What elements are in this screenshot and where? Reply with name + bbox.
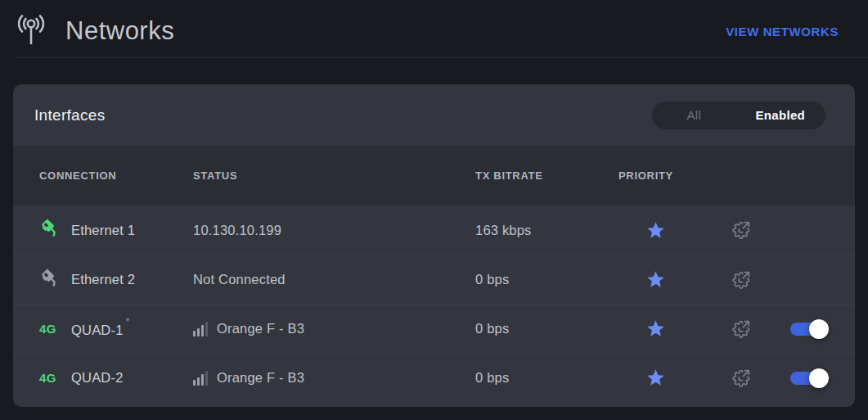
- connection-name: Ethernet 2: [71, 272, 135, 287]
- page-title: Networks: [65, 16, 174, 46]
- table-row: Ethernet 2 Not Connected 0 bps: [13, 255, 855, 304]
- 4g-badge: 4G: [39, 371, 61, 385]
- toggle-knob: [809, 319, 829, 339]
- connection-name: Ethernet 1: [71, 223, 135, 238]
- view-networks-link[interactable]: VIEW NETWORKS: [726, 25, 839, 38]
- active-marker: *: [126, 315, 130, 327]
- table-header: CONNECTION STATUS TX BITRATE PRIORITY: [13, 146, 855, 205]
- 4g-badge: 4G: [39, 322, 61, 336]
- gear-settings-icon[interactable]: [731, 368, 752, 389]
- tx-bitrate-value: 0 bps: [475, 321, 509, 336]
- antenna-icon: [11, 12, 51, 50]
- enable-toggle[interactable]: [790, 323, 827, 336]
- panel-title: Interfaces: [34, 106, 105, 124]
- status-value: Orange F - B3: [217, 370, 304, 386]
- ethernet-plug-icon: [39, 218, 61, 242]
- status-value: 10.130.10.199: [193, 223, 281, 238]
- connection-name: QUAD-1*: [71, 319, 130, 338]
- status-value: Orange F - B3: [217, 321, 304, 336]
- column-header-priority: PRIORITY: [618, 169, 692, 182]
- tx-bitrate-value: 0 bps: [475, 272, 509, 287]
- table-row: 4G QUAD-1* Orange F - B3 0 bps: [13, 304, 855, 353]
- priority-star-icon[interactable]: [645, 318, 666, 339]
- filter-enabled-button[interactable]: Enabled: [736, 102, 825, 129]
- signal-strength-icon: [193, 322, 208, 336]
- header-divider: [16, 57, 868, 58]
- toggle-knob: [809, 368, 829, 388]
- priority-star-icon[interactable]: [645, 269, 666, 290]
- signal-strength-icon: [193, 371, 208, 386]
- enable-toggle[interactable]: [790, 372, 827, 385]
- page-header: Networks VIEW NETWORKS: [0, 0, 868, 57]
- gear-settings-icon[interactable]: [731, 219, 752, 241]
- tx-bitrate-value: 0 bps: [475, 370, 509, 386]
- panel-header: Interfaces All Enabled: [13, 84, 855, 146]
- column-header-status: STATUS: [193, 169, 475, 182]
- table-row: Ethernet 1 10.130.10.199 163 kbps: [13, 205, 855, 255]
- ethernet-plug-icon: [39, 268, 61, 292]
- column-header-connection: CONNECTION: [39, 169, 193, 182]
- column-header-tx-bitrate: TX BITRATE: [475, 169, 618, 182]
- interfaces-panel: Interfaces All Enabled CONNECTION STATUS…: [13, 84, 855, 407]
- priority-star-icon[interactable]: [645, 368, 666, 388]
- status-value: Not Connected: [193, 272, 286, 287]
- tx-bitrate-value: 163 kbps: [475, 223, 532, 238]
- gear-settings-icon[interactable]: [731, 269, 752, 291]
- connection-name: QUAD-2: [71, 370, 124, 386]
- priority-star-icon[interactable]: [645, 220, 666, 241]
- filter-segmented-control: All Enabled: [652, 102, 825, 129]
- filter-all-button[interactable]: All: [652, 108, 736, 122]
- table-row: 4G QUAD-2 Orange F - B3 0 bps: [13, 353, 855, 402]
- gear-settings-icon[interactable]: [731, 318, 752, 340]
